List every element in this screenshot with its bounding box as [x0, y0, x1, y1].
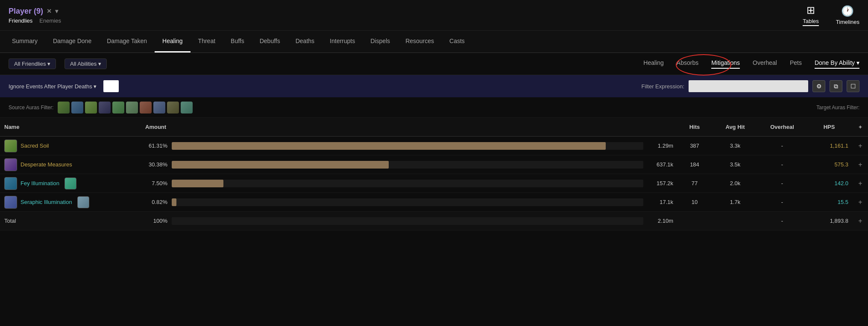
ignore-events-label: Ignore Events After Player Deaths ▾ [9, 83, 97, 90]
aura-icon-7[interactable] [140, 102, 152, 114]
tables-view-button[interactable]: ⊞ Tables [803, 4, 819, 26]
row-1-bar-container [172, 142, 643, 150]
row-3-overheal: - [759, 180, 806, 186]
tab-threat[interactable]: Threat [191, 31, 223, 52]
aura-icon-6[interactable] [126, 102, 138, 114]
row-2-add-button[interactable]: + [853, 161, 868, 169]
sub-nav: All Friendlies ▾ All Abilities ▾ Healing… [0, 53, 868, 75]
aura-icon-9[interactable] [167, 102, 179, 114]
tab-deaths[interactable]: Deaths [288, 31, 322, 52]
top-left: Player (9) ✕ ▾ Friendlies Enemies [9, 7, 61, 24]
sub-tab-healing[interactable]: Healing [643, 59, 663, 69]
aura-icon-8[interactable] [153, 102, 165, 114]
total-pct: 100% [145, 218, 167, 224]
row-3-avg-hit: 2.0k [712, 180, 759, 186]
tab-casts[interactable]: Casts [442, 31, 472, 52]
tab-healing[interactable]: Healing [155, 31, 190, 52]
total-bar-container [172, 217, 643, 225]
row-3-hps: 142.0 [806, 180, 853, 186]
total-amount-val: 2.10m [648, 218, 673, 224]
row-2-overheal: - [759, 161, 806, 168]
sub-tab-pets[interactable]: Pets [790, 59, 802, 69]
seraphic-illumination-extra-icon [77, 196, 89, 208]
row-3-add-button[interactable]: + [853, 180, 868, 187]
tab-summary[interactable]: Summary [4, 31, 45, 52]
faction-tabs: Friendlies Enemies [9, 17, 61, 24]
seraphic-illumination-name[interactable]: Seraphic Illumination [21, 199, 72, 205]
tab-interrupts[interactable]: Interrupts [322, 31, 363, 52]
total-label: Total [0, 218, 141, 224]
col-header-amount: Amount [141, 124, 677, 130]
row-1-amount-val: 1.29m [648, 143, 673, 149]
table-header: Name Amount Hits Avg Hit Overheal HPS + [0, 118, 868, 137]
table-row: Desperate Measures 30.38% 637.1k 184 3.5… [0, 155, 868, 174]
aura-icon-2[interactable] [71, 102, 83, 114]
row-4-hits: 10 [677, 199, 712, 205]
timelines-icon: 🕐 [841, 5, 854, 17]
total-add-button[interactable]: + [853, 217, 868, 225]
sacred-soil-name[interactable]: Sacred Soil [21, 143, 49, 149]
col-header-name: Name [0, 124, 141, 130]
close-icon[interactable]: ✕ [47, 8, 52, 15]
col-header-overheal: Overheal [759, 124, 806, 130]
faction-tab-friendlies[interactable]: Friendlies [9, 17, 32, 24]
row-1-bar-fill [172, 142, 606, 150]
timelines-view-button[interactable]: 🕐 Timelines [836, 5, 859, 25]
row-4-add-button[interactable]: + [853, 198, 868, 206]
row-1-add-button[interactable]: + [853, 142, 868, 150]
all-abilities-filter[interactable]: All Abilities ▾ [65, 58, 107, 69]
col-header-avg-hit: Avg Hit [712, 124, 759, 130]
filter-expression-label: Filter Expression: [642, 83, 684, 90]
tab-buffs[interactable]: Buffs [223, 31, 252, 52]
ignore-events-toggle[interactable] [103, 80, 119, 92]
aura-icon-3[interactable] [85, 102, 97, 114]
row-2-amount-val: 637.1k [648, 161, 673, 168]
filter-right: Filter Expression: ⚙ ⧉ ☐ [642, 80, 859, 92]
row-1-amount-cell: 61.31% 1.29m [141, 142, 677, 150]
row-3-hits: 77 [677, 180, 712, 186]
target-auras-label: Target Auras Filter: [816, 105, 859, 111]
data-table: Name Amount Hits Avg Hit Overheal HPS + … [0, 118, 868, 230]
row-1-hits: 387 [677, 143, 712, 149]
sub-tab-mitigations[interactable]: Mitigations [711, 59, 740, 69]
aura-icon-4[interactable] [99, 102, 111, 114]
aura-icon-5[interactable] [112, 102, 124, 114]
row-2-amount-cell: 30.38% 637.1k [141, 161, 677, 169]
desperate-measures-name[interactable]: Desperate Measures [21, 161, 72, 168]
row-3-bar-container [172, 180, 643, 187]
sub-tab-overheal[interactable]: Overheal [753, 59, 777, 69]
maximize-icon-button[interactable]: ☐ [847, 80, 859, 92]
row-1-pct: 61.31% [145, 143, 167, 149]
top-right: ⊞ Tables 🕐 Timelines [803, 4, 859, 26]
row-4-bar-container [172, 198, 643, 206]
row-4-pct: 0.82% [145, 199, 167, 205]
row-2-name-cell: Desperate Measures [0, 158, 141, 171]
chevron-down-icon[interactable]: ▾ [55, 8, 58, 15]
filter-expression-input[interactable] [689, 80, 808, 92]
tab-debuffs[interactable]: Debuffs [252, 31, 288, 52]
fey-illumination-extra-icon [65, 178, 76, 189]
faction-tab-enemies[interactable]: Enemies [39, 17, 61, 24]
col-header-add: + [853, 124, 868, 130]
row-4-amount-val: 17.1k [648, 199, 673, 205]
tab-resources[interactable]: Resources [398, 31, 442, 52]
auras-row: Source Auras Filter: Target Auras Filter… [0, 97, 868, 118]
table-row: Seraphic Illumination 0.82% 17.1k 10 1.7… [0, 193, 868, 212]
tab-damage-done[interactable]: Damage Done [45, 31, 99, 52]
settings-icon-button[interactable]: ⚙ [812, 80, 825, 92]
ignore-events-button[interactable]: Ignore Events After Player Deaths ▾ [9, 83, 97, 90]
row-3-pct: 7.50% [145, 180, 167, 186]
total-overheal: - [759, 218, 806, 224]
row-2-bar-fill [172, 161, 389, 169]
done-by-ability-button[interactable]: Done By Ability ▾ [815, 59, 859, 69]
sub-tab-absorbs[interactable]: Absorbs [677, 59, 698, 69]
expand-icon-button[interactable]: ⧉ [830, 80, 842, 92]
all-friendlies-filter[interactable]: All Friendlies ▾ [9, 58, 56, 69]
player-title-row: Player (9) ✕ ▾ [9, 7, 61, 16]
seraphic-illumination-icon [4, 196, 17, 209]
tab-damage-taken[interactable]: Damage Taken [99, 31, 155, 52]
tab-dispels[interactable]: Dispels [363, 31, 398, 52]
aura-icon-1[interactable] [58, 102, 70, 114]
fey-illumination-name[interactable]: Fey Illumination [21, 180, 59, 186]
aura-icon-10[interactable] [181, 102, 193, 114]
